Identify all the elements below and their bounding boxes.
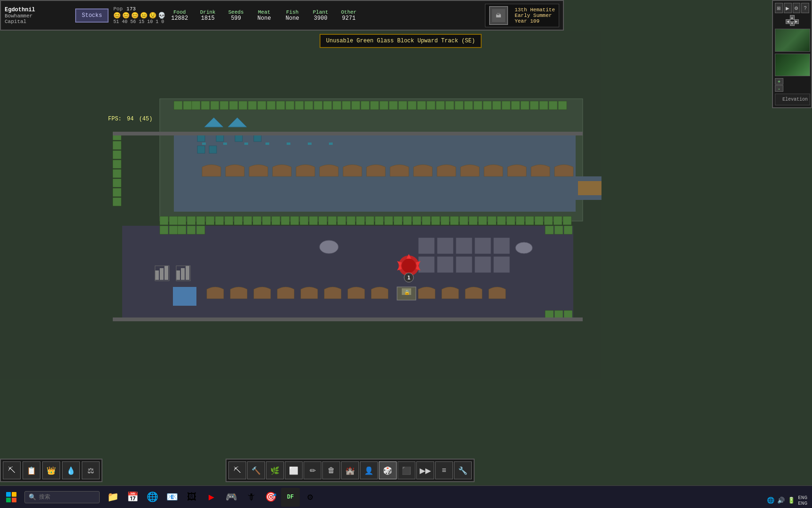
svg-marker-128 [406,273,411,278]
svg-rect-151 [202,143,206,145]
svg-rect-16 [295,101,304,110]
svg-rect-141 [176,266,190,281]
tooltip: Unusable Green Glass Block Upward Track … [320,34,482,48]
svg-rect-159 [113,318,583,321]
svg-rect-118 [456,256,472,273]
toolbar-block[interactable]: ⬜ [285,461,303,479]
sidebar-play-button[interactable]: ▶ [784,3,792,13]
taskbar-icon-youtube[interactable]: ▶ [202,488,221,507]
svg-rect-150 [564,310,572,319]
svg-rect-97 [516,216,524,225]
svg-rect-147 [564,226,572,234]
svg-rect-42 [539,101,548,110]
svg-rect-4 [183,101,192,110]
svg-rect-87 [422,216,430,225]
svg-rect-36 [483,101,492,110]
svg-rect-107 [187,226,195,234]
sidebar-settings-button[interactable]: ⚙ [793,3,801,13]
nav-right[interactable]: ▶ [794,19,799,24]
taskbar-icon-edge[interactable]: 🌐 [143,488,162,507]
toolbar-military[interactable]: 🏰 [341,461,359,479]
svg-rect-52 [113,198,121,206]
svg-rect-108 [196,226,205,234]
svg-rect-95 [497,216,506,225]
zoom-out-button[interactable]: - [775,85,783,92]
svg-rect-103 [122,226,573,320]
tool-clipboard[interactable]: 📋 [23,461,40,479]
svg-rect-46 [113,141,121,150]
tool-scale[interactable]: ⚖ [82,461,100,479]
taskbar-icon-photos[interactable]: 🖼 [182,488,201,507]
tool-crown[interactable]: 👑 [42,461,60,479]
taskbar-icon-steam[interactable]: 🎯 [261,488,280,507]
map-thumbnail-world[interactable] [775,29,810,52]
svg-rect-1 [160,99,583,221]
svg-marker-144 [228,118,247,127]
tray-battery-icon[interactable]: 🔋 [788,497,795,504]
taskbar-icon-mail[interactable]: 📧 [163,488,181,507]
zoom-in-button[interactable]: + [775,78,783,85]
toolbar-mine[interactable]: ⛏ [228,461,246,479]
svg-rect-19 [323,101,332,110]
svg-rect-31 [436,101,445,110]
tray-network-icon[interactable]: 🌐 [767,497,774,504]
tray-sound-icon[interactable]: 🔊 [777,497,785,504]
tool-drop[interactable]: 💧 [62,461,80,479]
svg-rect-26 [389,101,398,110]
svg-rect-134 [155,270,159,280]
svg-rect-62 [187,216,195,225]
search-bar[interactable]: 🔍 [24,491,100,503]
svg-rect-12 [258,101,266,110]
svg-rect-131 [397,287,416,300]
svg-rect-68 [243,216,252,225]
taskbar-icon-game1[interactable]: 🎮 [222,488,241,507]
win-quad-br [12,498,16,502]
search-input[interactable] [39,494,95,500]
system-clock[interactable]: ENG ENG [798,495,807,506]
svg-rect-56 [254,134,261,142]
windows-start-button[interactable] [0,486,23,508]
date-line2: Early Summer [515,13,555,18]
svg-rect-91 [460,216,468,225]
pop-section: Pop 173 😊 😊 😊 😐 😟 💀 51 40 56 15 10 1 0 [113,6,165,24]
tool-pickaxe[interactable]: ⛏ [3,461,21,479]
taskbar-icon-settings[interactable]: ⚙ [301,488,320,507]
taskbar-icon-calendar[interactable]: 📅 [123,488,142,507]
sidebar-help-button[interactable]: ? [801,3,809,13]
toolbar-dwarf[interactable]: 👤 [360,461,378,479]
nav-left[interactable]: ◀ [786,19,790,24]
toolbar-more[interactable]: ▶▶ [416,461,434,479]
sidebar-layout-button[interactable]: ⊞ [775,3,783,13]
svg-rect-5 [192,101,200,110]
drink-resource: Drink 1815 [198,9,217,22]
svg-rect-90 [450,216,459,225]
svg-point-109 [320,240,338,254]
toolbar-designate[interactable]: ✏ [304,461,321,479]
toolbar-delete[interactable]: 🗑 [322,461,340,479]
svg-rect-15 [286,101,294,110]
svg-rect-76 [319,216,327,225]
map-thumbnail-local[interactable] [775,54,810,77]
svg-rect-32 [445,101,454,110]
svg-rect-43 [549,101,557,110]
svg-rect-28 [408,101,416,110]
taskbar-icon-game2[interactable]: 🗡 [242,488,260,507]
toolbar-square[interactable]: ⬛ [398,461,415,479]
svg-rect-161 [578,181,601,195]
taskbar-icon-df[interactable]: DF [281,488,300,507]
nav-arrows: ▲ ▼ ◀ ▶ [786,15,799,26]
svg-rect-9 [229,101,238,110]
svg-rect-30 [427,101,435,110]
toolbar-fire[interactable]: 🔧 [454,461,472,479]
svg-rect-17 [304,101,313,110]
stocks-button[interactable]: Stocks [75,8,109,23]
taskbar-icon-explorer[interactable]: 📁 [103,488,122,507]
toolbar-menu[interactable]: ≡ [435,461,453,479]
taskbar: 🔍 📁 📅 🌐 📧 🖼 ▶ 🎮 🗡 🎯 DF ⚙ 🌐 🔊 🔋 ENG ENG [0,485,812,508]
toolbar-build[interactable]: 🔨 [247,461,265,479]
toolbar-plant[interactable]: 🌿 [266,461,284,479]
svg-rect-70 [262,216,271,225]
toolbar-dice[interactable]: 🎲 [379,461,397,479]
svg-text:1: 1 [407,275,411,281]
svg-rect-106 [178,226,186,234]
